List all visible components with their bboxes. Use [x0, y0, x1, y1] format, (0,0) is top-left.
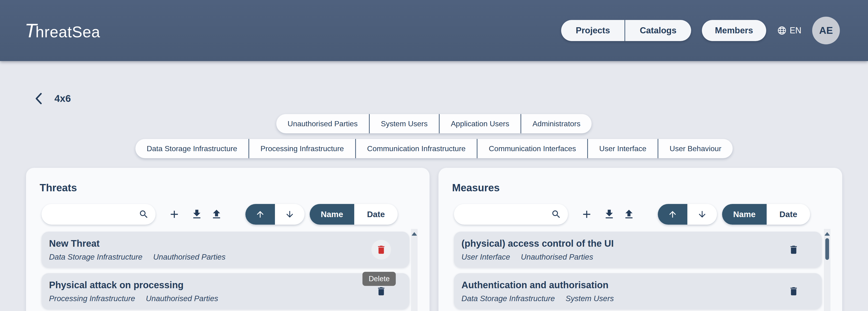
threat-point-of-attack: Processing Infrastructure: [49, 294, 135, 303]
threats-sort-by-toggle: Name Date: [310, 204, 398, 225]
measures-sort-by-date-button[interactable]: Date: [767, 204, 810, 225]
breadcrumb: 4x6: [35, 92, 71, 105]
threat-point-of-attack: Data Storage Infrastructure: [49, 253, 143, 261]
add-measure-button[interactable]: [580, 207, 594, 221]
nav-members-button[interactable]: Members: [702, 20, 766, 41]
delete-measure-button[interactable]: [784, 281, 804, 301]
navbar: ThreatSea Projects Catalogs Members EN A…: [0, 0, 868, 61]
threat-subtitle: Data Storage Infrastructure Unauthorised…: [41, 249, 409, 261]
page-title: 4x6: [55, 93, 71, 104]
filter-administrators[interactable]: Administrators: [521, 114, 592, 133]
filter-user-behaviour[interactable]: User Behaviour: [657, 139, 733, 158]
threats-list: New Threat Data Storage Infrastructure U…: [41, 232, 409, 309]
nav-projects-button[interactable]: Projects: [561, 20, 624, 41]
filter-unauthorised-parties[interactable]: Unauthorised Parties: [276, 114, 369, 133]
threats-sort-direction-toggle: [245, 204, 305, 225]
trash-icon: [376, 286, 386, 297]
measures-search-input[interactable]: [454, 204, 543, 225]
scrollbar-up-arrow[interactable]: [411, 232, 417, 236]
plus-icon: [168, 208, 180, 220]
measure-attacker: System Users: [566, 294, 614, 303]
measure-point-of-attack: User Interface: [461, 253, 510, 261]
nav-catalogs-button[interactable]: Catalogs: [624, 20, 691, 41]
measures-sort-direction-toggle: [658, 204, 717, 225]
threat-list-item[interactable]: New Threat Data Storage Infrastructure U…: [41, 232, 409, 267]
add-threat-button[interactable]: [167, 207, 181, 221]
filter-communication-interfaces[interactable]: Communication Interfaces: [477, 139, 587, 158]
threats-sort-ascending-button[interactable]: [245, 204, 275, 225]
avatar[interactable]: AE: [812, 17, 840, 45]
threat-subtitle: Processing Infrastructure Unauthorised P…: [41, 290, 409, 303]
filter-system-users[interactable]: System Users: [369, 114, 439, 133]
measures-sort-ascending-button[interactable]: [658, 204, 687, 225]
measure-subtitle: Data Storage Infrastructure System Users: [454, 290, 822, 303]
threats-scrollbar[interactable]: [411, 229, 417, 311]
measures-searchbox: [454, 204, 568, 225]
threat-title: Physical attack on processing: [41, 273, 409, 290]
arrow-up-icon: [255, 209, 265, 219]
delete-threat-button[interactable]: [371, 240, 391, 260]
measures-panel: Measures Name Date (physica: [438, 168, 842, 311]
delete-measure-button[interactable]: [784, 240, 804, 260]
filter-communication-infrastructure[interactable]: Communication Infrastructure: [355, 139, 477, 158]
language-code: EN: [789, 26, 801, 35]
file-upload-icon: [211, 208, 223, 220]
navbar-actions: Projects Catalogs Members EN AE: [561, 17, 840, 45]
measure-subtitle: User Interface Unauthorised Parties: [454, 249, 822, 261]
threats-toolbar: Name Date: [26, 204, 430, 225]
filter-processing-infrastructure[interactable]: Processing Infrastructure: [248, 139, 355, 158]
measure-list-item[interactable]: (physical) access control of the UI User…: [454, 232, 822, 267]
threat-attacker: Unauthorised Parties: [146, 294, 218, 303]
nav-pill-group: Projects Catalogs: [561, 20, 691, 41]
measure-attacker: Unauthorised Parties: [521, 253, 593, 261]
filter-application-users[interactable]: Application Users: [439, 114, 521, 133]
threats-sort-descending-button[interactable]: [275, 204, 305, 225]
measure-title: Authentication and authorisation: [454, 273, 822, 290]
threats-sort-by-name-button[interactable]: Name: [310, 204, 354, 225]
measure-point-of-attack: Data Storage Infrastructure: [461, 294, 555, 303]
chevron-left-icon: [35, 93, 43, 105]
file-download-icon: [603, 208, 615, 220]
measure-list-item[interactable]: Authentication and authorisation Data St…: [454, 273, 822, 309]
search-icon: [551, 209, 561, 220]
attacker-filter-bar: Unauthorised Parties System Users Applic…: [276, 114, 592, 133]
measures-list: (physical) access control of the UI User…: [454, 232, 822, 309]
filter-user-interface[interactable]: User Interface: [587, 139, 657, 158]
threats-searchbox: [41, 204, 156, 225]
search-icon: [138, 209, 149, 220]
export-measures-button[interactable]: [622, 207, 636, 221]
file-upload-icon: [623, 208, 635, 220]
import-measures-button[interactable]: [602, 207, 616, 221]
logo-wave-t: T: [25, 20, 37, 41]
threats-sort-by-date-button[interactable]: Date: [354, 204, 398, 225]
measures-scrollbar[interactable]: [824, 229, 831, 311]
measures-sort-by-toggle: Name Date: [722, 204, 810, 225]
filter-data-storage-infrastructure[interactable]: Data Storage Infrastructure: [135, 139, 248, 158]
arrow-down-icon: [697, 209, 707, 219]
threat-list-item[interactable]: Delete Physical attack on processing Pro…: [41, 273, 409, 309]
logo-text: hreatSea: [35, 23, 100, 40]
delete-tooltip: Delete: [363, 272, 396, 286]
measures-panel-title: Measures: [452, 182, 842, 194]
trash-icon: [376, 244, 386, 255]
import-threats-button[interactable]: [190, 207, 204, 221]
threats-panel-title: Threats: [40, 182, 430, 194]
measures-sort-by-name-button[interactable]: Name: [722, 204, 767, 225]
plus-icon: [581, 208, 593, 220]
back-button[interactable]: [35, 92, 44, 105]
measure-title: (physical) access control of the UI: [454, 232, 822, 249]
globe-icon: [777, 26, 787, 35]
app-logo[interactable]: ThreatSea: [25, 19, 100, 42]
threat-attacker: Unauthorised Parties: [153, 253, 225, 261]
point-of-attack-filter-bar: Data Storage Infrastructure Processing I…: [135, 139, 733, 158]
language-switcher[interactable]: EN: [777, 26, 801, 35]
threats-panel: Threats Name Date New Threa: [26, 168, 430, 311]
threat-title: New Threat: [41, 232, 409, 249]
trash-icon: [788, 286, 799, 297]
measures-sort-descending-button[interactable]: [687, 204, 717, 225]
arrow-up-icon: [668, 209, 678, 219]
export-threats-button[interactable]: [210, 207, 223, 221]
scrollbar-thumb[interactable]: [825, 238, 829, 260]
threats-search-input[interactable]: [41, 204, 131, 225]
scrollbar-up-arrow[interactable]: [825, 232, 830, 236]
